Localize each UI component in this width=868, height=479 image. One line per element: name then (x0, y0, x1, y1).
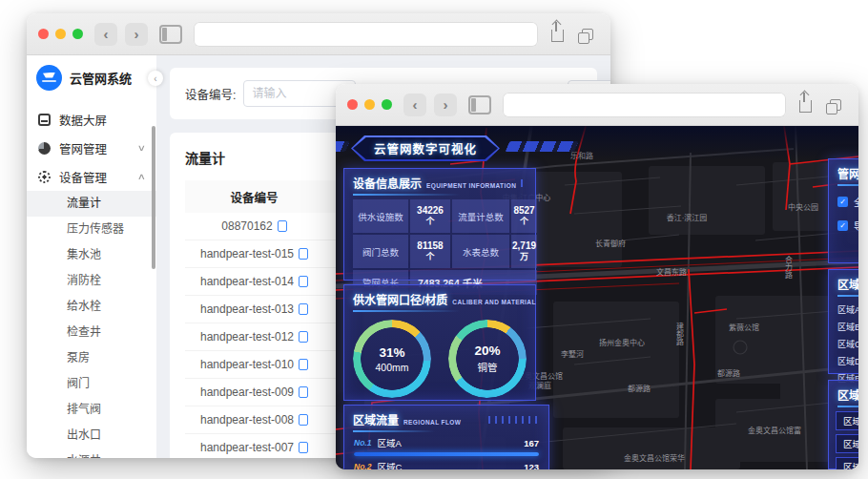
sidebar-item-device-mgmt[interactable]: 设备管理 ∧ (27, 162, 156, 191)
sidebar-subitem[interactable]: 压力传感器 (27, 217, 156, 242)
flow-value: 123 (524, 462, 539, 470)
caliber-material-panel: 供水管网口径/材质 CALIBER AND MATERIAL 31%400mm2… (343, 284, 536, 401)
sidebar-subitem[interactable]: 集水池 (27, 242, 156, 268)
forward-button[interactable]: › (434, 94, 457, 116)
column-device-code: 设备编号 (185, 188, 323, 206)
sidebar: 云管网系统 ‹ 数据大屏 管网管理 ∨ 设备管理 ∧ 流量计压力传感器 (27, 55, 156, 458)
stat-value: 81158个 (410, 235, 450, 268)
equipment-stats-grid: 供水设施数34226个流量计总数8527个阀门总数81158个水表总数2,719… (353, 199, 527, 295)
sidebar-subitem[interactable]: 给水栓 (27, 294, 156, 320)
copy-icon[interactable] (299, 442, 308, 453)
copy-icon[interactable] (299, 276, 308, 287)
sidebar-subitem[interactable]: 消防栓 (27, 268, 156, 294)
sidebar-subitem[interactable]: 阀门 (27, 371, 156, 397)
sidebar-subitem[interactable]: 出水口 (27, 423, 156, 448)
copy-icon[interactable] (299, 386, 308, 398)
flow-bar (354, 452, 539, 456)
close-window-button[interactable] (38, 29, 49, 39)
flow-value: 167 (524, 438, 539, 448)
legend-item: 区域D (829, 352, 858, 369)
forward-button[interactable]: › (125, 23, 148, 46)
sidebar-header: 云管网系统 (27, 55, 156, 99)
device-code-cell: handpear-test-007 (185, 441, 323, 454)
sidebar-scrollbar[interactable] (152, 126, 155, 269)
legend-item: 区域A (829, 301, 858, 318)
layer-options: ✓全选✓导入 (829, 190, 858, 238)
sidebar-collapse-button[interactable]: ‹ (148, 71, 163, 86)
map-label: 紫薇公馆 (729, 322, 759, 332)
copy-icon[interactable] (299, 331, 308, 343)
flow-region: 区域A (377, 436, 401, 449)
region-row[interactable]: 区域C (836, 434, 858, 453)
legend-item: 区域C (829, 335, 858, 352)
checkbox[interactable]: ✓ (837, 220, 848, 231)
copy-icon[interactable] (299, 303, 308, 315)
stat-label: 阀门总数 (353, 235, 408, 268)
share-icon (551, 30, 564, 42)
map-label: 合力路 (783, 256, 794, 279)
dashboard-title-badge: 云管网数字可视化 (351, 135, 500, 161)
map-label: 都源路 (717, 367, 740, 378)
close-window-button[interactable] (347, 99, 358, 110)
sidebar-subitem[interactable]: 流量计 (27, 191, 156, 217)
tabs-overview-button[interactable] (576, 23, 599, 46)
zoom-window-button[interactable] (382, 99, 392, 110)
equipment-info-panel: 设备信息展示 EQUIPMENT INFORMATION 供水设施数34226个… (343, 168, 536, 281)
header-decor (506, 141, 579, 152)
back-button[interactable]: ‹ (94, 23, 117, 46)
traffic-lights (38, 29, 83, 39)
sidebar-subitem[interactable]: 水源井 (27, 448, 156, 458)
map-label: 建都路 (674, 323, 685, 345)
region-flow-list-panel: 区域流量 区域B区域C区域D区域E (828, 380, 858, 469)
donut-chart: 20%铜管 (448, 320, 527, 398)
device-code-cell: handpear-test-013 (185, 302, 323, 316)
copy-icon[interactable] (299, 359, 308, 370)
map-label: 长青御府 (595, 238, 626, 248)
minimize-window-button[interactable] (364, 99, 375, 110)
region-row[interactable]: 区域B (836, 411, 858, 430)
map-label: 金奥文昌公馆荣华 (624, 452, 685, 463)
sidebar-item-data-screen[interactable]: 数据大屏 (27, 105, 156, 134)
share-button[interactable] (794, 94, 816, 116)
traffic-lights (347, 99, 392, 110)
map-label: 李墅河 (561, 348, 584, 359)
app-logo-icon (36, 65, 62, 91)
copy-icon (582, 29, 593, 40)
gear-icon (38, 171, 51, 183)
sidebar-subitem[interactable]: 检查井 (27, 320, 156, 345)
back-button[interactable]: ‹ (403, 94, 426, 116)
browser-chrome: ‹ › (336, 84, 858, 126)
device-code-cell: handpear-test-008 (185, 413, 323, 427)
map-label: 都源路 (628, 383, 651, 393)
share-button[interactable] (546, 23, 568, 46)
copy-icon[interactable] (278, 220, 287, 232)
layer-option[interactable]: ✓导入 (829, 214, 858, 238)
minimize-window-button[interactable] (55, 29, 66, 39)
checkbox[interactable]: ✓ (837, 197, 848, 207)
panel-subtitle: REGIONAL FLOW (403, 419, 461, 426)
donut-percent: 20% (474, 344, 500, 358)
panel-decor-dots (521, 179, 527, 187)
copy-icon[interactable] (299, 414, 308, 426)
device-code-cell: handpear-test-012 (185, 330, 323, 344)
sidebar-item-pipe-mgmt[interactable]: 管网管理 ∨ (27, 134, 156, 162)
region-row[interactable]: 区域D (836, 457, 858, 469)
sidebar-toggle-icon[interactable] (468, 95, 491, 115)
sidebar-subitem[interactable]: 排气阀 (27, 397, 156, 423)
sidebar-toggle-icon[interactable] (159, 25, 182, 44)
screen-icon (38, 114, 51, 126)
stat-value: 2,719万 (511, 235, 537, 268)
address-bar[interactable] (503, 93, 786, 117)
layer-option[interactable]: ✓全选 (829, 190, 858, 214)
zoom-window-button[interactable] (72, 29, 83, 39)
front-browser-window: ‹ › (336, 84, 858, 469)
panel-decor-dots (488, 416, 540, 424)
copy-icon[interactable] (299, 248, 308, 260)
address-bar[interactable] (194, 22, 538, 47)
donut-label: 铜管 (478, 360, 498, 374)
map-label: 香江·滨江园 (667, 212, 708, 222)
device-code-cell: handpear-test-009 (185, 385, 323, 399)
sidebar-subitem[interactable]: 泵房 (27, 345, 156, 371)
tabs-overview-button[interactable] (824, 94, 847, 116)
dashboard-title: 云管网数字可视化 (353, 137, 498, 159)
